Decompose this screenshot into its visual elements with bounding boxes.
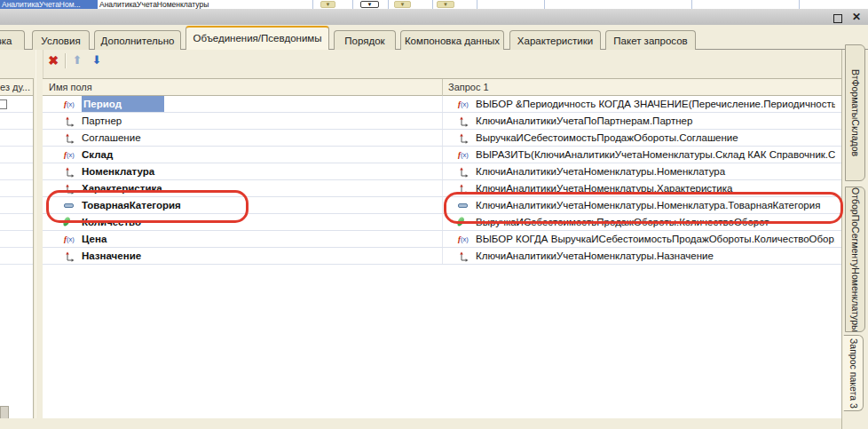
field-row[interactable]: КоличествоВыручкаИСебестоимостьПродажОбо…: [43, 214, 841, 231]
close-button[interactable]: ✕: [849, 11, 864, 23]
query-expression-cell[interactable]: ВЫБОР КОГДА ВыручкаИСебестоимостьПродажО…: [476, 231, 835, 247]
bottom-margin: [0, 418, 841, 429]
field-name-cell[interactable]: Партнер: [82, 113, 437, 129]
field-row[interactable]: ТоварнаяКатегорияКлючиАналитикиУчетаНоме…: [43, 197, 841, 214]
dropdown-button[interactable]: ▼: [394, 1, 411, 8]
column-divider[interactable]: [442, 79, 443, 96]
side-tab-1[interactable]: ВтФорматыСкладов: [845, 44, 865, 181]
query-package-tab-strip: ВтФорматыСкладовОтборПоСегментуНоменклат…: [841, 50, 868, 429]
background-grid-line: [477, 0, 477, 9]
field-name-cell[interactable]: Назначение: [82, 248, 437, 264]
background-grid-line: [388, 0, 389, 9]
side-tab-3[interactable]: Запрос пакета 3: [843, 335, 864, 411]
left-panel-row[interactable]: [0, 113, 33, 130]
tab-7[interactable]: Пакет запросов: [605, 30, 696, 50]
query-expression-cell[interactable]: ВЫБОР &Периодичность КОГДА ЗНАЧЕНИЕ(Пере…: [476, 96, 835, 112]
dimension-axes-icon: [64, 250, 76, 262]
left-panel-row[interactable]: [0, 130, 33, 147]
field-row[interactable]: ХарактеристикаКлючиАналитикиУчетаНоменкл…: [43, 180, 841, 197]
selected-cell-highlight: Период: [82, 96, 164, 112]
field-row[interactable]: НазначениеКлючиАналитикиУчетаНоменклатур…: [43, 248, 841, 265]
dash-field-icon: [64, 203, 74, 208]
function-icon: f(x): [64, 234, 76, 245]
function-icon: f(x): [458, 149, 470, 161]
query-expression-cell[interactable]: КлючиАналитикиУчетаПоПартнерам.Партнер: [476, 113, 835, 129]
tab-1[interactable]: Условия: [32, 30, 90, 50]
field-name-cell[interactable]: Соглашение: [82, 130, 437, 146]
maximize-icon: [833, 14, 842, 23]
tab-4[interactable]: Порядок: [334, 30, 396, 50]
dimension-axes-icon: [64, 115, 76, 127]
resource-icon: [456, 216, 465, 227]
dimension-axes-icon: [458, 250, 470, 262]
field-row[interactable]: НоменклатураКлючиАналитикиУчетаНоменклат…: [43, 163, 841, 180]
checkbox[interactable]: [0, 99, 7, 109]
field-name-cell[interactable]: Цена: [82, 231, 437, 247]
background-grid-line: [799, 0, 800, 9]
dropdown-button[interactable]: ▼: [360, 1, 379, 8]
dimension-axes-icon: [64, 132, 76, 144]
maximize-button[interactable]: [831, 11, 845, 23]
dimension-axes-icon: [458, 115, 470, 127]
tab-6[interactable]: Характеристики: [509, 30, 601, 50]
field-row[interactable]: f(x)Складf(x)ВЫРАЗИТЬ(КлючиАналитикиУчет…: [43, 147, 841, 163]
function-icon: f(x): [64, 99, 76, 110]
dimension-axes-icon: [458, 132, 470, 144]
field-name-cell[interactable]: Период: [82, 96, 437, 112]
dimension-axes-icon: [64, 166, 76, 178]
left-panel-row[interactable]: [0, 180, 33, 197]
left-panel-list[interactable]: [0, 96, 34, 418]
dropdown-button[interactable]: ▼: [437, 1, 454, 8]
left-panel-row[interactable]: [0, 163, 33, 180]
query-expression-cell[interactable]: ВЫРАЗИТЬ(КлючиАналитикиУчетаНоменклатуры…: [476, 147, 835, 163]
background-cell-value: АналитикаУчетаНоменклатуры: [99, 0, 209, 9]
grid-header: Имя поля Запрос 1: [43, 78, 841, 96]
tab-5[interactable]: Компоновка данных: [400, 30, 504, 50]
move-up-button[interactable]: ⬆: [69, 52, 85, 69]
background-grid-line: [432, 0, 433, 9]
fields-grid: Имя поля Запрос 1 f(x)Периодf(x)ВЫБОР &П…: [43, 78, 841, 418]
column-header-query1[interactable]: Запрос 1: [448, 79, 489, 96]
field-name-cell[interactable]: ТоварнаяКатегория: [82, 197, 437, 213]
function-icon: f(x): [458, 99, 470, 110]
left-panel-row[interactable]: [0, 214, 33, 231]
query-expression-cell[interactable]: КлючиАналитикиУчетаНоменклатуры.Номенкла…: [476, 163, 835, 179]
title-bar: ✕: [0, 9, 868, 25]
field-row[interactable]: f(x)Ценаf(x)ВЫБОР КОГДА ВыручкаИСебестои…: [43, 231, 841, 248]
background-grid-line: [312, 0, 313, 9]
grid-body: f(x)Периодf(x)ВЫБОР &Периодичность КОГДА…: [43, 96, 841, 418]
left-panel-row[interactable]: [0, 147, 33, 163]
query-expression-cell[interactable]: КлючиАналитикиУчетаНоменклатуры.Номенкла…: [476, 197, 835, 213]
query-expression-cell[interactable]: ВыручкаИСебестоимостьПродажОбороты.Колич…: [476, 214, 835, 230]
query-expression-cell[interactable]: ВыручкаИСебестоимостьПродажОбороты.Согла…: [476, 130, 835, 146]
query-expression-cell[interactable]: КлючиАналитикиУчетаНоменклатуры.Назначен…: [476, 248, 835, 264]
move-down-button[interactable]: ⬇: [89, 52, 105, 69]
field-name-cell[interactable]: Номенклатура: [82, 163, 437, 179]
background-grid-line: [544, 0, 545, 9]
left-panel-row[interactable]: [0, 197, 33, 214]
background-window-row: АналитикаУчетаНом... АналитикаУчетаНомен…: [0, 0, 868, 9]
left-panel-row[interactable]: [0, 248, 33, 265]
query-expression-cell[interactable]: КлючиАналитикиУчетаНоменклатуры.Характер…: [476, 180, 835, 196]
side-tab-2[interactable]: ОтборПоСегментуНоменклатуры: [845, 187, 865, 332]
field-row[interactable]: ПартнерКлючиАналитикиУчетаПоПартнерам.Па…: [43, 113, 841, 130]
field-name-cell[interactable]: Склад: [82, 147, 437, 163]
toolbar-divider: [65, 53, 67, 68]
left-panel-header: ез ду...: [0, 78, 34, 96]
background-selected-cell[interactable]: АналитикаУчетаНом...: [0, 0, 98, 9]
field-row[interactable]: СоглашениеВыручкаИСебестоимостьПродажОбо…: [43, 130, 841, 147]
field-name-cell[interactable]: Количество: [82, 214, 437, 230]
dropdown-button[interactable]: ▼: [320, 1, 335, 8]
field-name-cell[interactable]: Характеристика: [82, 180, 437, 196]
background-grid-line: [352, 0, 353, 9]
field-row[interactable]: f(x)Периодf(x)ВЫБОР &Периодичность КОГДА…: [43, 96, 841, 113]
query-designer-window: АналитикаУчетаНом... АналитикаУчетаНомен…: [0, 0, 868, 429]
background-grid-line: [691, 0, 692, 9]
dimension-axes-icon: [64, 183, 76, 195]
column-header-field-name[interactable]: Имя поля: [49, 79, 92, 96]
left-panel-row[interactable]: [0, 231, 33, 248]
tab-3[interactable]: Объединения/Псевдонимы: [185, 26, 329, 50]
tab-2[interactable]: Дополнительно: [94, 30, 181, 50]
delete-button[interactable]: ✖: [45, 52, 61, 69]
tab-partial-left[interactable]: зка: [0, 30, 25, 50]
